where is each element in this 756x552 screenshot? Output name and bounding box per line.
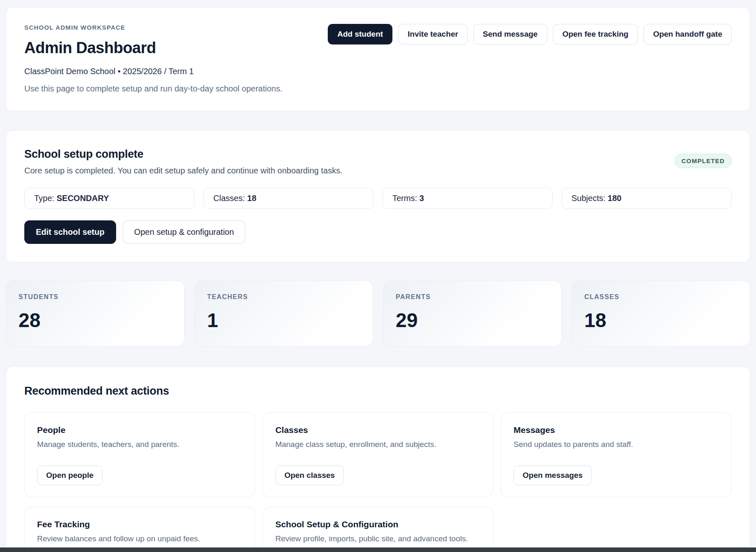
school-setup-card: School setup complete Core setup is comp… [6,130,750,262]
action-title: Classes [275,425,308,435]
stats-row: STUDENTS 28 TEACHERS 1 PARENTS 29 CLASSE… [6,281,750,346]
action-description: Send updates to parents and staff. [513,440,633,449]
fact-label: Classes: [213,194,245,203]
fact-value: 180 [608,194,621,203]
stat-label: STUDENTS [19,293,172,301]
page-title: Admin Dashboard [24,39,282,57]
header-text-block: SCHOOL ADMIN WORKSPACE Admin Dashboard C… [24,24,282,94]
fact-value: SECONDARY [56,194,109,203]
action-card-people: People Manage students, teachers, and pa… [24,412,255,497]
open-classes-button[interactable]: Open classes [275,465,344,485]
action-card-messages: Messages Send updates to parents and sta… [501,412,732,497]
action-title: School Setup & Configuration [275,519,399,529]
stat-card-teachers: TEACHERS 1 [194,281,373,346]
setup-subtitle: Core setup is completed. You can edit se… [24,166,343,175]
fact-label: Type: [34,194,54,203]
window-bottom-edge [0,547,756,552]
school-term-subtitle: ClassPoint Demo School • 2025/2026 / Ter… [24,67,282,76]
setup-title: School setup complete [24,148,343,161]
open-messages-button[interactable]: Open messages [513,465,592,485]
workspace-eyebrow: SCHOOL ADMIN WORKSPACE [24,24,282,31]
send-message-button[interactable]: Send message [474,24,547,44]
open-fee-tracking-button[interactable]: Open fee tracking [553,24,638,44]
fact-value: 18 [247,194,256,203]
open-handoff-gate-button[interactable]: Open handoff gate [644,24,732,44]
completed-status-badge: COMPLETED [674,154,732,168]
fact-classes: Classes: 18 [203,188,373,209]
fact-terms: Terms: 3 [383,188,553,209]
action-card-school-setup: School Setup & Configuration Review prof… [263,507,494,552]
open-people-button[interactable]: Open people [37,465,103,485]
setup-facts-row: Type: SECONDARY Classes: 18 Terms: 3 Sub… [24,188,732,209]
action-description: Review profile, imports, public site, an… [275,534,468,543]
stat-label: PARENTS [396,293,549,301]
open-setup-configuration-button[interactable]: Open setup & configuration [123,220,245,244]
stat-value: 28 [19,309,172,332]
stat-card-classes: CLASSES 18 [572,281,750,346]
action-title: Fee Tracking [37,519,90,529]
stat-value: 18 [584,309,737,332]
invite-teacher-button[interactable]: Invite teacher [398,24,468,44]
add-student-button[interactable]: Add student [328,24,392,44]
header-actions: Add student Invite teacher Send message … [328,24,732,44]
fact-subjects: Subjects: 180 [562,188,732,209]
setup-buttons-row: Edit school setup Open setup & configura… [24,220,732,244]
recommended-actions-card: Recommended next actions People Manage s… [6,366,750,552]
fact-label: Subjects: [572,194,605,203]
action-card-classes: Classes Manage class setup, enrollment, … [263,412,494,497]
action-description: Manage class setup, enrollment, and subj… [275,440,436,449]
fact-value: 3 [420,194,424,203]
stat-label: CLASSES [584,293,737,301]
page-description: Use this page to complete setup and run … [24,84,282,94]
action-title: Messages [513,425,555,435]
stat-card-parents: PARENTS 29 [383,281,562,346]
fact-label: Terms: [392,194,417,203]
edit-school-setup-button[interactable]: Edit school setup [24,220,116,244]
stat-value: 1 [207,309,360,332]
header-card: SCHOOL ADMIN WORKSPACE Admin Dashboard C… [6,7,750,111]
admin-dashboard-page: SCHOOL ADMIN WORKSPACE Admin Dashboard C… [0,0,756,552]
setup-title-row: School setup complete Core setup is comp… [24,148,732,175]
stat-label: TEACHERS [207,293,360,301]
action-description: Manage students, teachers, and parents. [37,440,179,449]
stat-value: 29 [396,309,549,332]
recommended-actions-title: Recommended next actions [24,385,732,398]
action-title: People [37,425,65,435]
action-description: Review balances and follow up on unpaid … [37,534,200,543]
setup-heading-block: School setup complete Core setup is comp… [24,148,343,175]
action-card-fee-tracking: Fee Tracking Review balances and follow … [24,507,255,552]
stat-card-students: STUDENTS 28 [6,281,184,346]
recommended-actions-grid: People Manage students, teachers, and pa… [24,412,732,552]
fact-school-type: Type: SECONDARY [24,188,194,209]
